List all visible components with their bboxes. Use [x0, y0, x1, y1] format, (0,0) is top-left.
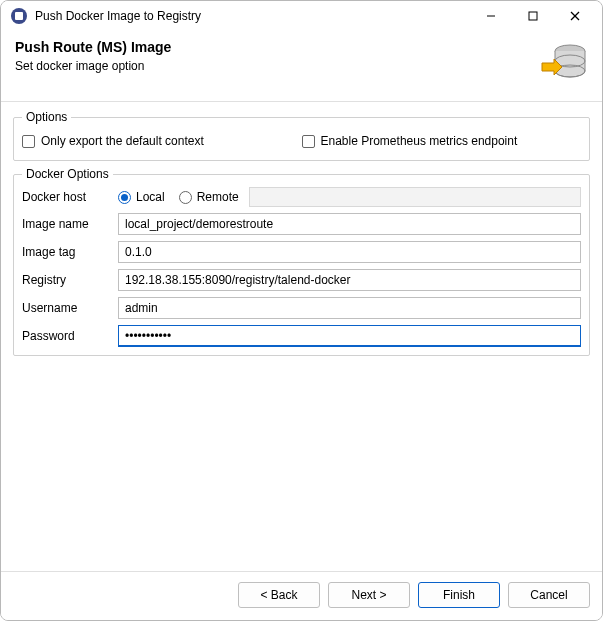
window-title: Push Docker Image to Registry	[35, 9, 201, 23]
image-tag-input[interactable]	[118, 241, 581, 263]
svg-rect-1	[529, 12, 537, 20]
wizard-footer: < Back Next > Finish Cancel	[1, 571, 602, 620]
app-icon	[11, 8, 27, 24]
docker-host-remote-radio[interactable]: Remote	[179, 190, 239, 204]
remote-host-disabled-field	[249, 187, 581, 207]
radio-local-label: Local	[136, 190, 165, 204]
docker-host-label: Docker host	[22, 190, 110, 204]
prometheus-checkbox[interactable]: Enable Prometheus metrics endpoint	[302, 134, 518, 148]
only-export-label: Only export the default context	[41, 134, 204, 148]
checkbox-icon	[22, 135, 35, 148]
image-tag-label: Image tag	[22, 245, 110, 259]
docker-options-fieldset: Docker Options Docker host Local Remote …	[13, 167, 590, 356]
minimize-button[interactable]	[470, 2, 512, 30]
checkbox-icon	[302, 135, 315, 148]
options-legend: Options	[22, 110, 71, 124]
radio-icon	[179, 191, 192, 204]
back-button[interactable]: < Back	[238, 582, 320, 608]
close-button[interactable]	[554, 2, 596, 30]
minimize-icon	[486, 11, 496, 21]
options-fieldset: Options Only export the default context …	[13, 110, 590, 161]
username-input[interactable]	[118, 297, 581, 319]
registry-input[interactable]	[118, 269, 581, 291]
close-icon	[570, 11, 580, 21]
image-name-label: Image name	[22, 217, 110, 231]
database-push-icon	[540, 39, 588, 87]
maximize-button[interactable]	[512, 2, 554, 30]
radio-icon	[118, 191, 131, 204]
next-button[interactable]: Next >	[328, 582, 410, 608]
password-label: Password	[22, 329, 110, 343]
title-bar: Push Docker Image to Registry	[1, 1, 602, 31]
image-name-input[interactable]	[118, 213, 581, 235]
wizard-banner: Push Route (MS) Image Set docker image o…	[1, 31, 602, 102]
prometheus-label: Enable Prometheus metrics endpoint	[321, 134, 518, 148]
registry-label: Registry	[22, 273, 110, 287]
radio-remote-label: Remote	[197, 190, 239, 204]
maximize-icon	[528, 11, 538, 21]
page-title: Push Route (MS) Image	[15, 39, 532, 55]
only-export-checkbox[interactable]: Only export the default context	[22, 134, 204, 148]
content-area: Options Only export the default context …	[1, 102, 602, 571]
username-label: Username	[22, 301, 110, 315]
finish-button[interactable]: Finish	[418, 582, 500, 608]
password-input[interactable]	[118, 325, 581, 347]
cancel-button[interactable]: Cancel	[508, 582, 590, 608]
page-subtitle: Set docker image option	[15, 59, 532, 73]
docker-options-legend: Docker Options	[22, 167, 113, 181]
docker-host-local-radio[interactable]: Local	[118, 190, 165, 204]
